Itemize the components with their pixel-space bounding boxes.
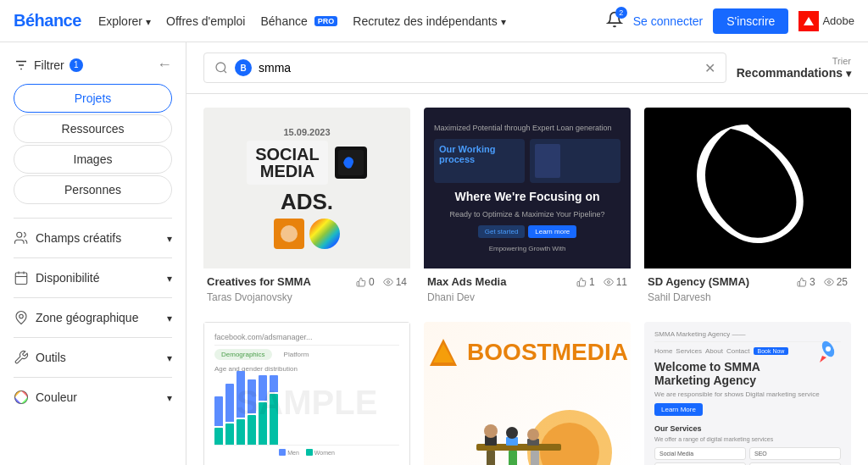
views-creatives: 14: [383, 276, 407, 288]
svg-rect-29: [531, 451, 539, 465]
pro-badge: PRO: [314, 16, 338, 26]
filter-label: Filtrer 1: [14, 58, 83, 73]
sort-area: Trier Recommandations: [737, 56, 851, 80]
search-behance-logo: B: [235, 59, 252, 76]
card-boost[interactable]: BOOSTMEDIA: [424, 322, 631, 465]
sort-select[interactable]: Recommandations: [737, 66, 851, 80]
tab-projects[interactable]: Projets: [14, 84, 172, 113]
thumb-maxads: Maximized Potential through Expert Loan …: [424, 108, 631, 268]
views-icon: [383, 277, 393, 287]
sort-chevron: [846, 66, 851, 80]
card-stats-maxads: 1 11: [576, 276, 627, 288]
card-creatives[interactable]: 15.09.2023 SOCIAL MEDIA: [203, 108, 410, 308]
rocket-icon: [815, 339, 841, 364]
color-icon: [14, 390, 29, 405]
likes-creatives: 0: [356, 276, 375, 288]
thumb-sdagency: [644, 108, 851, 268]
availability-chevron: [167, 271, 172, 285]
creative-fields-chevron: [167, 231, 172, 245]
people-icon: [14, 230, 29, 246]
card-chart[interactable]: facebook.com/adsmanager... Demographics …: [203, 322, 410, 465]
card-sdagency[interactable]: SD Agency (SMMA) 3 25 Sahil: [644, 108, 851, 308]
card-meta-sdagency: SD Agency (SMMA) 3 25: [644, 268, 851, 291]
geo-chevron: [167, 311, 172, 324]
boost-text: BOOSTMEDIA: [467, 339, 628, 366]
nav-behance-pro[interactable]: Béhance PRO: [260, 14, 337, 28]
views-icon: [604, 277, 614, 287]
section-color[interactable]: Couleur: [14, 377, 172, 417]
svg-point-8: [19, 314, 24, 318]
likes-sdagency: 3: [797, 276, 815, 288]
sd-logo-svg: [688, 116, 807, 260]
filter-header: Filtrer 1 ←: [14, 56, 172, 74]
search-clear-button[interactable]: ✕: [704, 60, 715, 76]
svg-point-26: [527, 429, 539, 440]
card-author-sdagency: Sahil Darvesh: [644, 291, 851, 308]
section-creative-fields[interactable]: Champs créatifs: [14, 218, 172, 257]
main-layout: Filtrer 1 ← Projets Ressources Images Pe…: [0, 42, 868, 465]
adobe-logo[interactable]: Adobe: [798, 11, 854, 31]
header-right: 2 Se connecter S'inscrire Adobe: [606, 8, 854, 34]
boost-logo-icon: [426, 335, 460, 369]
svg-point-14: [607, 280, 609, 283]
like-icon: [356, 277, 366, 287]
adobe-icon: [798, 11, 819, 31]
thumb-chart: facebook.com/adsmanager... Demographics …: [203, 322, 410, 465]
sidebar-tabs: Projets Ressources Images Personnes: [14, 84, 172, 204]
main-header: Béhance Explorer Offres d'emploi Béhance…: [0, 0, 868, 42]
thumb-creatives: 15.09.2023 SOCIAL MEDIA: [203, 108, 410, 268]
svg-line-11: [224, 70, 226, 73]
card-author-maxads: Dhani Dev: [424, 291, 631, 308]
tab-resources[interactable]: Ressources: [14, 114, 172, 143]
svg-point-22: [484, 424, 498, 438]
svg-rect-4: [15, 273, 27, 285]
search-input[interactable]: [259, 61, 698, 75]
svg-point-15: [827, 280, 830, 283]
tab-people[interactable]: Personnes: [14, 175, 172, 204]
section-geo[interactable]: Zone géographique: [14, 297, 172, 337]
tab-images[interactable]: Images: [14, 145, 172, 174]
card-smmamarketing[interactable]: SMMA Marketing Agency —— Home Services A…: [644, 322, 851, 465]
main-nav: Explorer Offres d'emploi Béhance PRO Rec…: [98, 14, 506, 28]
tools-icon: [14, 350, 29, 365]
filter-close-button[interactable]: ←: [157, 56, 172, 74]
svg-point-3: [17, 232, 22, 237]
filter-count: 1: [70, 58, 83, 72]
behance-logo[interactable]: Béhance: [14, 11, 81, 30]
card-maxads[interactable]: Maximized Potential through Expert Loan …: [424, 108, 631, 308]
thumb-boost: BOOSTMEDIA: [424, 322, 631, 465]
nav-jobs[interactable]: Offres d'emploi: [166, 14, 245, 28]
card-stats-sdagency: 3 25: [797, 276, 848, 288]
search-icon: [214, 61, 228, 75]
bell-count: 2: [615, 7, 627, 19]
views-maxads: 11: [604, 276, 627, 288]
card-title-creatives: Creatives for SMMA: [207, 275, 349, 288]
main-content: B ✕ Trier Recommandations: [186, 42, 868, 465]
thumb-smmamarketing: SMMA Marketing Agency —— Home Services A…: [644, 322, 851, 465]
filter-icon: [14, 58, 29, 73]
svg-rect-27: [487, 451, 495, 465]
nav-freelance[interactable]: Recrutez des indépendants: [353, 14, 505, 28]
svg-point-24: [506, 427, 518, 439]
card-meta-creatives: Creatives for SMMA 0 14: [203, 268, 410, 291]
login-button[interactable]: Se connecter: [633, 14, 704, 28]
card-stats-creatives: 0 14: [356, 276, 407, 288]
section-availability[interactable]: Disponibilité: [14, 257, 172, 297]
like-icon: [797, 277, 807, 287]
signup-button[interactable]: S'inscrire: [713, 8, 788, 34]
nav-explorer[interactable]: Explorer: [98, 14, 151, 28]
card-author-creatives: Taras Dvojanovsky: [203, 291, 410, 308]
card-meta-maxads: Max Ads Media 1 11: [424, 268, 631, 291]
color-chevron: [167, 390, 172, 404]
results-grid: 15.09.2023 SOCIAL MEDIA: [203, 108, 851, 465]
likes-maxads: 1: [576, 276, 595, 288]
card-title-sdagency: SD Agency (SMMA): [648, 275, 790, 288]
views-sdagency: 25: [824, 276, 848, 288]
svg-point-13: [387, 280, 389, 283]
nav-explorer-chevron: [146, 14, 151, 28]
results-grid-area: 15.09.2023 SOCIAL MEDIA: [186, 94, 868, 465]
card-title-maxads: Max Ads Media: [427, 275, 570, 288]
section-tools[interactable]: Outils: [14, 337, 172, 377]
notifications-bell[interactable]: 2: [606, 11, 623, 30]
boost-illustration: [442, 385, 612, 465]
